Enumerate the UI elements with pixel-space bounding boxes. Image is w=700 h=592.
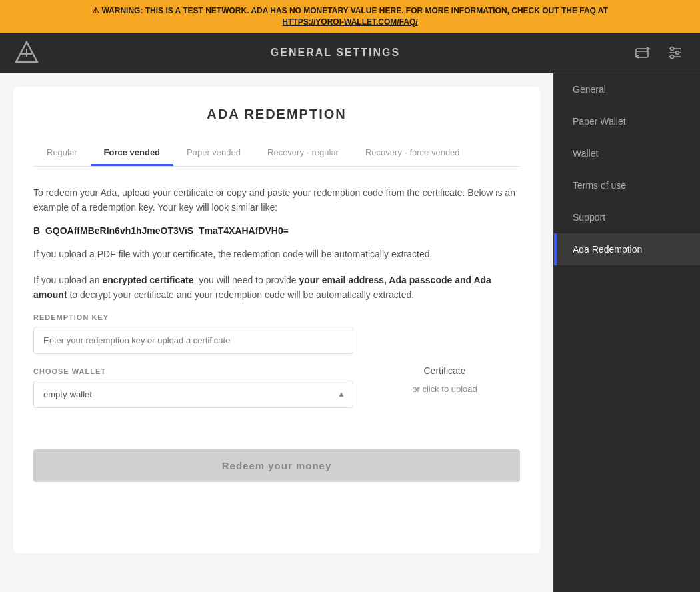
redeem-button[interactable]: Redeem your money — [33, 449, 520, 482]
tab-recovery-force-vended[interactable]: Recovery - force vended — [352, 141, 473, 166]
redemption-key-group: REDEMPTION KEY — [33, 313, 353, 354]
redemption-key-input[interactable] — [33, 327, 353, 354]
tab-force-vended[interactable]: Force vended — [91, 141, 174, 166]
certificate-upload-area[interactable]: Certificate or click to upload — [369, 313, 520, 433]
sidebar-item-wallet[interactable]: Wallet — [554, 137, 700, 169]
tabs-container: Regular Force vended Paper vended Recove… — [33, 141, 520, 167]
svg-point-7 — [671, 47, 674, 51]
sidebar-item-paper-wallet[interactable]: Paper Wallet — [554, 105, 700, 137]
tab-regular[interactable]: Regular — [33, 141, 91, 166]
sidebar-item-ada-redemption[interactable]: Ada Redemption — [554, 233, 700, 265]
warning-banner: ⚠ WARNING: THIS IS A TEST NETWORK. ADA H… — [0, 0, 700, 33]
desc3-mid: , you will need to provide — [193, 275, 299, 285]
nav-title: GENERAL SETTINGS — [40, 47, 631, 59]
wallet-select-wrapper: empty-wallet ▲ — [33, 381, 353, 408]
nav-actions — [631, 41, 687, 65]
desc3-bold1: encrypted certificate — [103, 275, 194, 285]
choose-wallet-label: CHOOSE WALLET — [33, 367, 353, 375]
tab-paper-vended[interactable]: Paper vended — [173, 141, 254, 166]
top-nav: GENERAL SETTINGS — [0, 33, 700, 73]
warning-link[interactable]: HTTPS://YOROI-WALLET.COM/FAQ/ — [282, 17, 417, 27]
warning-icon: ⚠ — [92, 6, 101, 15]
sidebar: General Paper Wallet Wallet Terms of use… — [553, 73, 700, 592]
svg-point-8 — [676, 51, 679, 55]
layout: ADA REDEMPTION Regular Force vended Pape… — [0, 73, 700, 592]
example-key: B_GQOAffMBeRIn6vh1hJmeOT3ViS_TmaT4XAHAfD… — [33, 225, 520, 236]
tab-recovery-regular[interactable]: Recovery - regular — [254, 141, 352, 166]
ada-redemption-card: ADA REDEMPTION Regular Force vended Pape… — [13, 87, 540, 553]
sidebar-item-support[interactable]: Support — [554, 201, 700, 233]
sidebar-item-terms[interactable]: Terms of use — [554, 169, 700, 201]
redemption-key-label: REDEMPTION KEY — [33, 313, 353, 321]
logo-area — [13, 39, 40, 66]
main-content: ADA REDEMPTION Regular Force vended Pape… — [0, 73, 553, 592]
wallet-transfer-icon — [635, 45, 651, 61]
settings-icon — [667, 45, 683, 61]
settings-button[interactable] — [663, 41, 687, 65]
upload-label: or click to upload — [412, 384, 477, 394]
form-col-left: REDEMPTION KEY CHOOSE WALLET empty-walle… — [33, 313, 353, 421]
yoroi-logo-icon — [13, 39, 40, 66]
wallet-select[interactable]: empty-wallet — [33, 381, 353, 408]
card-title: ADA REDEMPTION — [33, 107, 520, 122]
description-2: If you upload a PDF file with your certi… — [33, 247, 520, 261]
sidebar-item-general[interactable]: General — [554, 73, 700, 105]
warning-text: WARNING: THIS IS A TEST NETWORK. ADA HAS… — [101, 6, 608, 15]
description-3: If you upload an encrypted certificate, … — [33, 273, 520, 303]
desc3-suffix: to decrypt your certificate and your red… — [67, 289, 415, 300]
svg-point-9 — [671, 55, 674, 59]
choose-wallet-group: CHOOSE WALLET empty-wallet ▲ — [33, 367, 353, 408]
wallet-transfer-button[interactable] — [631, 41, 655, 65]
form-row: REDEMPTION KEY CHOOSE WALLET empty-walle… — [33, 313, 520, 433]
certificate-label: Certificate — [423, 365, 465, 376]
description-1: To redeem your Ada, upload your certific… — [33, 185, 520, 215]
desc3-prefix: If you upload an — [33, 275, 103, 285]
